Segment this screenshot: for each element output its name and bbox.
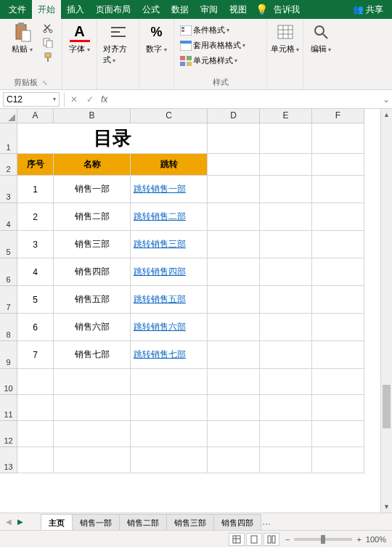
cells-button[interactable]: 单元格 ▾ — [270, 22, 301, 54]
name-cell[interactable]: 销售一部 — [54, 176, 131, 203]
header-cell[interactable]: 跳转 — [131, 154, 208, 176]
cell[interactable] — [208, 286, 260, 314]
cell[interactable] — [208, 123, 260, 154]
paste-button[interactable]: 粘贴 ▾ — [7, 22, 38, 54]
column-header[interactable]: D — [208, 109, 260, 123]
alignment-button[interactable]: 对齐方式 ▾ — [103, 22, 134, 65]
zoom-slider[interactable] — [294, 538, 352, 541]
view-page-break-button[interactable] — [264, 533, 279, 546]
tab-nav-first[interactable]: ◀ — [3, 518, 15, 526]
link-cell[interactable]: 跳转销售一部 — [131, 176, 208, 203]
cell[interactable] — [260, 314, 312, 341]
cell[interactable] — [208, 421, 260, 447]
cell[interactable] — [312, 286, 364, 314]
name-cell[interactable]: 销售四部 — [54, 258, 131, 286]
hyperlink[interactable]: 跳转销售三部 — [134, 238, 186, 250]
format-painter-button[interactable] — [41, 51, 55, 64]
column-header[interactable]: A — [17, 109, 54, 123]
cell[interactable] — [312, 421, 364, 447]
menu-data[interactable]: 数据 — [166, 0, 195, 19]
cell[interactable] — [131, 369, 208, 395]
zoom-level[interactable]: 100% — [366, 535, 386, 544]
cell[interactable] — [260, 421, 312, 447]
title-cell[interactable]: 目录 — [17, 123, 208, 154]
cell[interactable] — [17, 447, 54, 473]
cell[interactable] — [312, 258, 364, 286]
seq-cell[interactable]: 1 — [17, 176, 54, 203]
name-cell[interactable]: 销售二部 — [54, 203, 131, 231]
cell[interactable] — [208, 176, 260, 203]
cell[interactable] — [312, 231, 364, 258]
cell[interactable] — [260, 341, 312, 369]
conditional-format-button[interactable]: 条件格式▾ — [180, 25, 245, 36]
cell[interactable] — [208, 314, 260, 341]
cell[interactable] — [312, 395, 364, 421]
cell[interactable] — [312, 123, 364, 154]
cell[interactable] — [54, 369, 131, 395]
name-cell[interactable]: 销售三部 — [54, 231, 131, 258]
seq-cell[interactable]: 4 — [17, 258, 54, 286]
seq-cell[interactable]: 3 — [17, 231, 54, 258]
cell[interactable] — [208, 341, 260, 369]
cell[interactable] — [312, 314, 364, 341]
row-header[interactable]: 6 — [0, 258, 17, 286]
copy-button[interactable] — [41, 36, 55, 49]
header-cell[interactable]: 序号 — [17, 154, 54, 176]
cell[interactable] — [312, 447, 364, 473]
cell[interactable] — [208, 395, 260, 421]
cell[interactable] — [312, 154, 364, 176]
row-header[interactable]: 7 — [0, 286, 17, 314]
menu-home[interactable]: 开始 — [32, 0, 61, 19]
seq-cell[interactable]: 6 — [17, 314, 54, 341]
cell[interactable] — [260, 286, 312, 314]
cell[interactable] — [54, 395, 131, 421]
hyperlink[interactable]: 跳转销售七部 — [134, 348, 186, 361]
cell[interactable] — [17, 369, 54, 395]
hyperlink[interactable]: 跳转销售六部 — [134, 321, 186, 333]
link-cell[interactable]: 跳转销售三部 — [131, 231, 208, 258]
hyperlink[interactable]: 跳转销售五部 — [134, 293, 186, 306]
scroll-up-icon[interactable]: ▲ — [381, 109, 392, 121]
number-button[interactable]: % 数字 ▾ — [142, 22, 172, 54]
cell[interactable] — [260, 123, 312, 154]
chevron-down-icon[interactable]: ▾ — [53, 96, 56, 102]
expand-formula-icon[interactable]: ⌄ — [380, 94, 392, 105]
menu-formula[interactable]: 公式 — [136, 0, 166, 19]
cancel-formula-button[interactable]: ✕ — [66, 94, 82, 105]
sheet-tab[interactable]: 主页 — [41, 514, 73, 530]
table-format-button[interactable]: 套用表格格式▾ — [180, 40, 245, 51]
vertical-scrollbar[interactable]: ▲ ▼ — [380, 109, 392, 513]
scroll-thumb[interactable] — [383, 385, 391, 428]
tab-overflow-icon[interactable]: … — [262, 517, 271, 527]
view-page-layout-button[interactable] — [246, 533, 262, 546]
name-box[interactable]: ▾ — [3, 92, 60, 107]
scroll-down-icon[interactable]: ▼ — [381, 501, 392, 513]
name-cell[interactable]: 销售六部 — [54, 314, 131, 341]
name-box-input[interactable] — [7, 94, 43, 105]
name-cell[interactable]: 销售七部 — [54, 341, 131, 369]
sheet-tab[interactable]: 销售一部 — [72, 514, 120, 530]
select-all-button[interactable] — [0, 109, 17, 123]
share-button[interactable]: 👥 共享 — [347, 4, 389, 16]
formula-input[interactable] — [110, 92, 380, 107]
column-header[interactable]: C — [131, 109, 208, 123]
hyperlink[interactable]: 跳转销售四部 — [134, 266, 186, 278]
cell[interactable] — [208, 369, 260, 395]
sheet-tab[interactable]: 销售二部 — [119, 514, 167, 530]
link-cell[interactable]: 跳转销售七部 — [131, 341, 208, 369]
seq-cell[interactable]: 2 — [17, 203, 54, 231]
menu-view[interactable]: 视图 — [224, 0, 253, 19]
cell[interactable] — [54, 421, 131, 447]
cell[interactable] — [312, 341, 364, 369]
cell[interactable] — [260, 203, 312, 231]
menu-insert[interactable]: 插入 — [61, 0, 90, 19]
cell[interactable] — [17, 421, 54, 447]
font-button[interactable]: A 字体 ▾ — [65, 22, 95, 54]
menu-layout[interactable]: 页面布局 — [90, 0, 136, 19]
cell[interactable] — [131, 395, 208, 421]
link-cell[interactable]: 跳转销售二部 — [131, 203, 208, 231]
cell[interactable] — [131, 421, 208, 447]
cell[interactable] — [312, 369, 364, 395]
link-cell[interactable]: 跳转销售四部 — [131, 258, 208, 286]
dialog-launcher-icon[interactable]: ⤡ — [42, 79, 48, 86]
